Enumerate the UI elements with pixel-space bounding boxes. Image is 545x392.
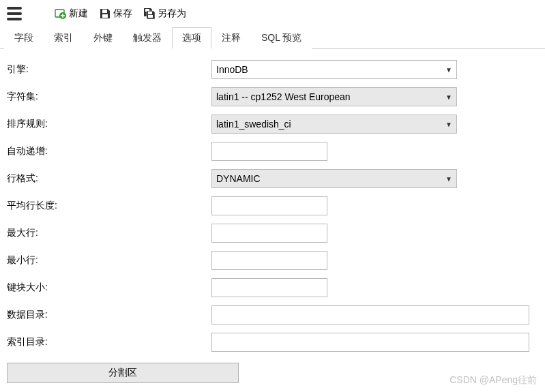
chevron-down-icon: ▼	[445, 175, 452, 183]
tab-sql-preview[interactable]: SQL 预览	[251, 27, 312, 49]
autoinc-input[interactable]	[211, 142, 327, 161]
options-form: 引擎: InnoDB ▼ 字符集: latin1 -- cp1252 West …	[0, 49, 545, 363]
avgrowlen-input[interactable]	[211, 196, 327, 215]
tab-triggers[interactable]: 触发器	[123, 27, 172, 49]
tab-comment[interactable]: 注释	[211, 27, 251, 49]
engine-label: 引擎:	[7, 63, 211, 76]
datadir-input[interactable]	[211, 305, 529, 325]
saveas-button[interactable]: 另存为	[141, 6, 189, 21]
indexdir-label: 索引目录:	[7, 336, 211, 348]
collation-label: 排序规则:	[7, 118, 211, 130]
svg-rect-3	[102, 14, 108, 18]
tab-foreign-keys[interactable]: 外键	[83, 27, 123, 49]
save-label: 保存	[113, 7, 132, 20]
charset-select[interactable]: latin1 -- cp1252 West European ▼	[211, 87, 457, 106]
partition-button[interactable]: 分割区	[7, 363, 239, 383]
new-button[interactable]: 新建	[52, 6, 91, 21]
new-label: 新建	[69, 7, 88, 20]
minrows-input[interactable]	[211, 251, 327, 270]
main-toolbar: 新建 保存 另存为	[0, 0, 545, 27]
svg-rect-6	[148, 15, 153, 18]
svg-rect-5	[148, 12, 152, 14]
rowformat-select[interactable]: DYNAMIC ▼	[211, 169, 457, 188]
engine-value: InnoDB	[216, 64, 248, 75]
saveas-label: 另存为	[158, 7, 186, 20]
tab-bar: 字段 索引 外键 触发器 选项 注释 SQL 预览	[0, 27, 545, 49]
saveas-icon	[143, 7, 156, 20]
keyblock-label: 键块大小:	[7, 282, 211, 294]
save-icon	[99, 7, 111, 20]
maxrows-label: 最大行:	[7, 227, 211, 239]
tab-fields[interactable]: 字段	[4, 27, 44, 49]
keyblock-input[interactable]	[211, 278, 327, 297]
new-icon	[55, 7, 67, 20]
datadir-label: 数据目录:	[7, 309, 211, 321]
chevron-down-icon: ▼	[445, 93, 452, 101]
chevron-down-icon: ▼	[445, 66, 452, 74]
autoinc-label: 自动递增:	[7, 145, 211, 157]
chevron-down-icon: ▼	[445, 121, 452, 128]
rowformat-label: 行格式:	[7, 172, 211, 185]
charset-value: latin1 -- cp1252 West European	[216, 91, 351, 102]
collation-value: latin1_swedish_ci	[216, 119, 291, 130]
maxrows-input[interactable]	[211, 224, 327, 243]
indexdir-input[interactable]	[211, 333, 529, 352]
tab-indexes[interactable]: 索引	[44, 27, 83, 49]
rowformat-value: DYNAMIC	[216, 173, 261, 184]
save-button[interactable]: 保存	[96, 6, 135, 21]
menu-icon[interactable]	[7, 7, 22, 20]
svg-rect-2	[102, 10, 107, 13]
charset-label: 字符集:	[7, 91, 211, 103]
engine-select[interactable]: InnoDB ▼	[211, 60, 457, 79]
watermark: CSDN @APeng往前	[450, 374, 537, 387]
tab-options[interactable]: 选项	[172, 27, 211, 49]
avgrowlen-label: 平均行长度:	[7, 200, 211, 212]
minrows-label: 最小行:	[7, 254, 211, 267]
collation-select[interactable]: latin1_swedish_ci ▼	[211, 115, 457, 134]
